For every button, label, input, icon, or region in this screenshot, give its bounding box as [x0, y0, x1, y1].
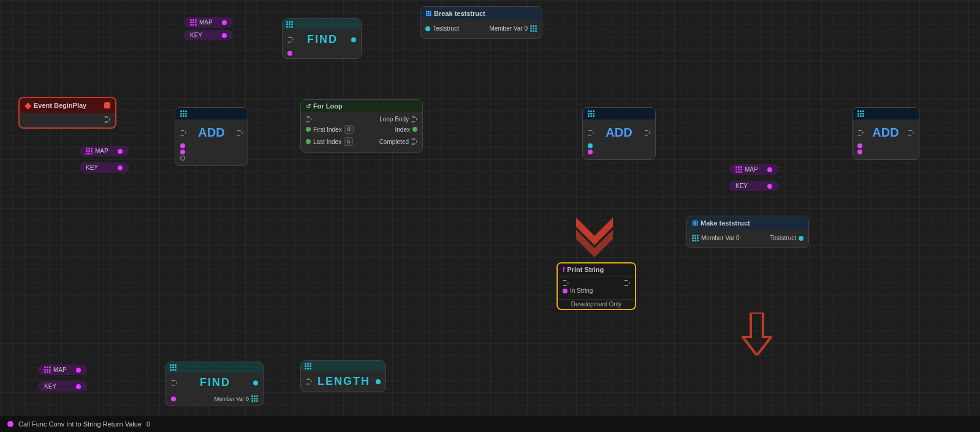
add2-exec-in: [588, 130, 594, 136]
break-teststruct-node[interactable]: ⊞ Break teststruct Teststruct Member Var…: [420, 6, 542, 39]
exec-pin-in-find-top: [287, 37, 294, 43]
print-string-title: Print String: [567, 266, 604, 273]
add1-label: ADD: [198, 123, 224, 142]
down-arrow-indicator: [742, 313, 772, 355]
map-pill-4[interactable]: MAP: [38, 365, 87, 375]
svg-marker-2: [743, 313, 771, 355]
key-pill-3[interactable]: KEY: [729, 181, 778, 191]
map-key-group-bottom: MAP KEY: [38, 365, 87, 394]
make-node-title: Make teststruct: [701, 219, 750, 227]
map-pill-3[interactable]: MAP: [729, 164, 778, 175]
loop-body-label: Loop Body: [379, 116, 409, 123]
status-value: 0: [146, 420, 150, 428]
add1-exec-in: [180, 130, 186, 136]
add-node-2[interactable]: ADD: [582, 107, 656, 160]
length-label: LENGTH: [317, 375, 370, 388]
index-label: Index: [395, 126, 410, 133]
development-only-label[interactable]: Development Only: [558, 299, 635, 309]
break-node-title: Break teststruct: [434, 10, 485, 17]
add3-label: ADD: [872, 123, 898, 142]
event-begin-play-node[interactable]: ◆ Event BeginPlay: [18, 97, 116, 129]
find-bottom-membervar: Member Var 0: [215, 396, 249, 402]
add3-exec-in: [857, 130, 864, 136]
break-teststruct-pin: Teststruct: [433, 25, 459, 32]
last-index-label: Last Index: [313, 138, 341, 145]
print-string-node[interactable]: f Print String In String Development Onl…: [556, 262, 636, 310]
map-key-group-left: MAP KEY: [80, 146, 129, 175]
chevron-arrow: [570, 214, 619, 257]
status-bar: Call Func Conv Int to String Return Valu…: [0, 415, 980, 432]
forloop-exec-in: [306, 116, 312, 123]
for-loop-node[interactable]: ↺ For Loop Loop Body First Index 0 Index: [300, 99, 423, 153]
key-pill-4[interactable]: KEY: [38, 381, 87, 392]
status-icon: [7, 421, 13, 427]
last-index-value[interactable]: 5: [344, 137, 353, 146]
exec-pin-out: [104, 116, 110, 123]
print-exec-out: [624, 280, 630, 286]
first-index-value[interactable]: 0: [344, 125, 354, 134]
map-pill-1[interactable]: MAP: [184, 17, 233, 28]
first-index-label: First Index: [313, 126, 342, 133]
forloop-loop-body-pin: [411, 116, 417, 123]
key-pill-1[interactable]: KEY: [184, 30, 233, 40]
make-teststruct-node[interactable]: ⊞ Make teststruct Member Var 0 Teststruc…: [686, 216, 809, 248]
find-bottom-exec-in: [171, 380, 177, 386]
map-key-group-top: MAP KEY: [184, 17, 233, 43]
add1-exec-out: [237, 130, 243, 136]
length-node[interactable]: LENGTH: [300, 360, 386, 392]
add3-exec-out: [908, 130, 914, 136]
break-membervar-pin: Member Var 0: [489, 25, 528, 32]
completed-label: Completed: [379, 138, 409, 145]
forloop-title: For Loop: [313, 102, 343, 110]
canvas-background: [0, 0, 980, 432]
status-label: Call Func Conv Int to String Return Valu…: [18, 420, 142, 428]
find-node-top[interactable]: FIND: [282, 18, 362, 59]
key-pill-2[interactable]: KEY: [80, 162, 129, 173]
length-exec-in: [306, 379, 312, 385]
add2-label: ADD: [606, 123, 632, 142]
map-pill-2[interactable]: MAP: [80, 146, 129, 156]
make-membervar-pin: Member Var 0: [701, 235, 740, 241]
map-key-group-right: MAP KEY: [729, 164, 778, 194]
add-node-3[interactable]: ADD: [852, 107, 919, 160]
add-node-1[interactable]: ADD: [175, 107, 248, 166]
find-node-bottom[interactable]: FIND Member Var 0: [165, 362, 264, 406]
print-exec-in: [563, 280, 569, 286]
event-node-title: Event BeginPlay: [34, 102, 86, 109]
find-top-out-pin: [351, 37, 356, 42]
make-teststruct-pin: Teststruct: [770, 235, 796, 241]
add2-exec-out: [644, 130, 650, 136]
print-in-string-label: In String: [570, 287, 593, 294]
forloop-completed-pin: [411, 138, 417, 145]
